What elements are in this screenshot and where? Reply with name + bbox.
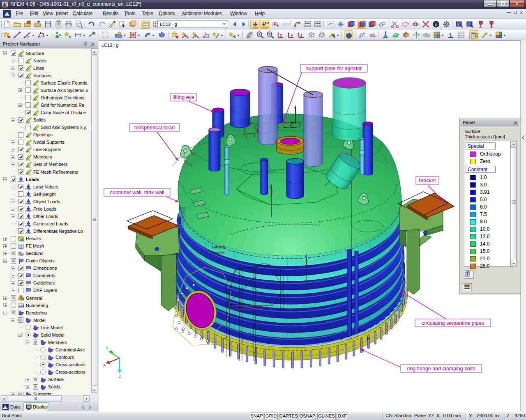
svg-text:Flansch: Flansch xyxy=(212,245,225,249)
svg-text:ring flange and clamping bolts: ring flange and clamping bolts xyxy=(407,366,475,372)
svg-text:torispherical head: torispherical head xyxy=(134,125,175,131)
svg-text:Z: Z xyxy=(118,374,121,379)
svg-text:i: i xyxy=(435,22,436,27)
svg-text:12: 12 xyxy=(366,336,370,340)
svg-text:lifting eye: lifting eye xyxy=(173,94,194,100)
svg-text:X: X xyxy=(280,34,282,37)
svg-text:12: 12 xyxy=(357,328,361,332)
svg-text:123: 123 xyxy=(19,304,24,308)
svg-text:X: X xyxy=(457,23,459,26)
svg-text:bracket: bracket xyxy=(419,178,436,184)
svg-text:X.XX: X.XX xyxy=(282,23,290,26)
svg-text:X: X xyxy=(468,23,470,26)
svg-text:X: X xyxy=(103,363,106,368)
svg-text:container wall, tank wall: container wall, tank wall xyxy=(110,190,164,195)
svg-text:Z: Z xyxy=(300,34,302,37)
svg-text:X.XX: X.XX xyxy=(265,21,269,24)
svg-text:circulating serpentine pipes: circulating serpentine pipes xyxy=(422,320,484,326)
svg-text:-Y: -Y xyxy=(290,34,293,37)
svg-text:Y: Y xyxy=(106,346,108,351)
svg-text:support plate for agitator: support plate for agitator xyxy=(306,66,362,71)
svg-text:Flansch: Flansch xyxy=(211,251,224,255)
svg-text:XX: XX xyxy=(92,32,96,35)
